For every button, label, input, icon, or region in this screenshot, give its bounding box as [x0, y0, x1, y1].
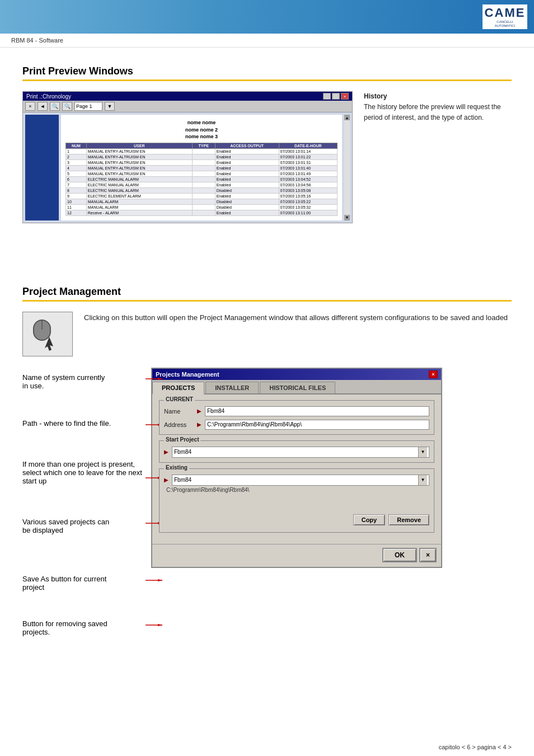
- scroll-up-arrow[interactable]: ▲: [344, 115, 350, 120]
- svg-marker-14: [158, 624, 162, 626]
- pm-dialog-titlebar: Projects Management ×: [152, 369, 441, 380]
- toolbar-close-button[interactable]: ×: [25, 102, 35, 111]
- label-remove-text: Button for removing savedprojects.: [22, 619, 107, 636]
- table-row: 1MANUAL ENTRY-ALTRUISM ENEnabled07/2003 …: [66, 148, 338, 154]
- label-saveas-text: Save As button for currentproject: [22, 575, 106, 591]
- table-row: 12Receive - ALARMEnabled07/2003 13:11:00: [66, 210, 338, 215]
- start-project-group: Start Project ▶ Fbm84 ▼: [159, 440, 434, 463]
- label-remove: Button for removing savedprojects.: [22, 619, 151, 636]
- table-cell: [192, 154, 215, 159]
- table-cell: [192, 176, 215, 182]
- table-row: 9ELECTRIC ELEMENT ALARMEnabled07/2003 13…: [66, 193, 338, 199]
- table-cell: ELECTRIC MANUAL ALARM: [86, 182, 192, 187]
- tab-installer[interactable]: INSTALLER: [205, 382, 259, 393]
- history-note: History The history before the preview w…: [364, 91, 512, 223]
- preview-body: nome nome nome nome 2 nome nome 3 NUM US…: [23, 112, 352, 223]
- remove-button[interactable]: Remove: [388, 514, 429, 525]
- table-row: 10MANUAL ALARMDisabled07/2003 13:05:22: [66, 199, 338, 204]
- label-start-text: If more than one project is present, sel…: [22, 460, 142, 485]
- pm-body: CURRENT Name ▶ Address ▶: [152, 395, 441, 544]
- address-field-row: Address ▶: [164, 420, 429, 430]
- table-cell: Enabled: [215, 171, 279, 176]
- table-cell: 07/2003 13:01:49: [279, 171, 337, 176]
- section1-title: Print Preview Windows: [22, 65, 512, 81]
- existing-dropdown[interactable]: Fbm84 ▼: [172, 475, 429, 486]
- table-cell: ELECTRIC ELEMENT ALARM: [86, 193, 192, 199]
- table-cell: 6: [66, 176, 87, 182]
- name-arrow-icon: ▶: [197, 408, 202, 414]
- page-footer: capitolo < 6 > pagina < 4 >: [439, 744, 512, 750]
- address-arrow-icon: ▶: [197, 421, 202, 428]
- label-path: Path - where to find the file.: [22, 419, 151, 428]
- existing-dropdown-arrow-icon[interactable]: ▼: [418, 475, 427, 485]
- pm-outer-layout: Name of system currentlyin use. Path - w…: [22, 368, 512, 636]
- table-cell: Enabled: [215, 154, 279, 159]
- preview-sidebar: [25, 115, 59, 220]
- minimize-button[interactable]: _: [323, 93, 331, 100]
- label-name-system: Name of system currentlyin use.: [22, 373, 151, 390]
- page-input[interactable]: [74, 102, 102, 111]
- existing-spacer: [164, 494, 429, 511]
- section2-title: Project Management: [22, 286, 512, 302]
- table-row: 5MANUAL ENTRY-ALTRUISM ENEnabled07/2003 …: [66, 171, 338, 176]
- table-cell: 10: [66, 199, 87, 204]
- table-cell: [192, 210, 215, 215]
- connector-saveas: [146, 579, 162, 581]
- table-cell: 2: [66, 154, 87, 159]
- tab-projects[interactable]: PROJECTS: [152, 382, 204, 395]
- current-group-label: CURRENT: [164, 396, 195, 402]
- copy-button[interactable]: Copy: [353, 514, 386, 525]
- start-project-value: Fbm84: [174, 449, 191, 455]
- table-cell: 4: [66, 165, 87, 171]
- start-project-field-row: ▶ Fbm84 ▼: [164, 447, 429, 458]
- pm-dialog-close-button[interactable]: ×: [429, 370, 438, 378]
- table-cell: 7: [66, 182, 87, 187]
- table-cell: 07/2003 13:05:22: [279, 199, 337, 204]
- table-cell: 12: [66, 210, 87, 215]
- table-row: 8ELECTRIC MANUAL ALARMDisabled07/2003 13…: [66, 187, 338, 193]
- close-window-button[interactable]: ×: [341, 93, 349, 100]
- table-row: 11MANUAL ALARMDisabled07/2003 13:05:32: [66, 204, 338, 210]
- table-row: 6ELECTRIC MANUAL ALARMEnabled07/2003 13:…: [66, 176, 338, 182]
- table-cell: 07/2003 13:04:58: [279, 182, 337, 187]
- scroll-down-arrow[interactable]: ▼: [344, 215, 350, 220]
- tab-historical[interactable]: HISTORICAL FILES: [260, 382, 335, 393]
- address-input[interactable]: [205, 420, 429, 430]
- table-cell: Disabled: [215, 204, 279, 210]
- table-cell: ELECTRIC MANUAL ALARM: [86, 187, 192, 193]
- toolbar-zoom-out-button[interactable]: 🔍: [62, 102, 72, 111]
- start-dropdown-arrow-icon[interactable]: ▼: [418, 447, 427, 457]
- start-project-group-label: Start Project: [164, 436, 200, 443]
- name-field-label: Name: [164, 408, 195, 415]
- pm-action-buttons: Copy Remove: [164, 511, 429, 528]
- name-input[interactable]: [205, 406, 429, 416]
- maximize-button[interactable]: □: [332, 93, 340, 100]
- table-cell: MANUAL ENTRY-ALTRUISM EN: [86, 159, 192, 165]
- label-name-system-text: Name of system currentlyin use.: [22, 373, 105, 390]
- pm-icon-svg: [28, 317, 67, 351]
- table-cell: MANUAL ENTRY-ALTRUISM EN: [86, 165, 192, 171]
- toolbar-back-button[interactable]: ◄: [38, 102, 48, 111]
- dialog-x-button[interactable]: ×: [419, 548, 437, 562]
- label-path-text: Path - where to find the file.: [22, 419, 111, 428]
- preview-scrollbar[interactable]: ▲ ▼: [344, 115, 350, 220]
- table-cell: [192, 187, 215, 193]
- table-cell: Receive - ALARM: [86, 210, 192, 215]
- svg-marker-12: [158, 579, 162, 581]
- logo-sub: CANCELLIAUTOMATICI: [485, 20, 526, 28]
- table-cell: [192, 204, 215, 210]
- toolbar-zoom-in-button[interactable]: 🔍: [50, 102, 60, 111]
- toolbar-nav-button[interactable]: ▼: [105, 102, 115, 111]
- pm-dialog: Projects Management × PROJECTS INSTALLER…: [151, 368, 442, 568]
- pm-dialog-title: Projects Management: [156, 371, 219, 378]
- existing-arrow-icon: ▶: [164, 477, 168, 483]
- table-cell: 07/2003 13:11:00: [279, 210, 337, 215]
- table-row: 2MANUAL ENTRY-ALTRUISM ENEnabled07/2003 …: [66, 154, 338, 159]
- pm-intro: Clicking on this button will open the Pr…: [22, 312, 512, 356]
- table-cell: Enabled: [215, 159, 279, 165]
- label-start: If more than one project is present, sel…: [22, 460, 151, 485]
- start-project-dropdown[interactable]: Fbm84 ▼: [172, 447, 429, 458]
- titlebar-buttons: _ □ ×: [323, 93, 349, 100]
- col-date: DATE-E-HOUR: [279, 143, 337, 148]
- ok-button[interactable]: OK: [382, 548, 417, 562]
